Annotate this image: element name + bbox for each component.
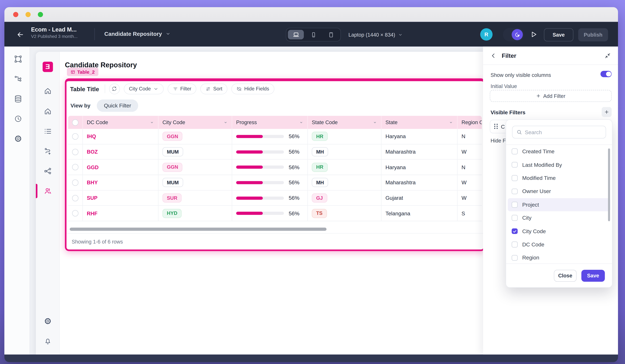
sidebar-item-settings[interactable] [14,135,23,143]
nav-item-home-alt[interactable] [44,108,52,115]
row-checkbox[interactable] [72,195,79,201]
column-header[interactable]: State [381,116,458,129]
horizontal-scrollbar[interactable] [70,228,327,231]
filter-option-region[interactable]: Region [508,251,611,263]
back-button[interactable] [16,31,24,39]
checkbox-unchecked[interactable] [512,149,518,154]
chevron-left-icon[interactable] [490,52,497,59]
table-row[interactable]: IHQGGN56%HRHaryanaN [68,129,482,144]
live-cursor-icon [512,29,523,40]
city-code-cell: MUM [158,175,232,190]
device-size-selector[interactable]: Laptop (1440 × 834) [348,32,403,38]
row-checkbox[interactable] [72,149,79,155]
close-button[interactable]: Close [554,270,577,281]
table-row[interactable]: BHYMUM56%MHMaharashtraW [68,175,482,191]
device-laptop-button[interactable] [288,30,304,39]
window-footer [4,355,618,362]
save-button[interactable]: Save [544,28,573,42]
app-title-block[interactable]: Ecom - Lead M... V2 Published 3 month... [31,26,78,39]
filter-option-last-modified-by[interactable]: Last Modified By [508,158,611,171]
region-cell: W [458,175,482,190]
drag-handle-icon[interactable] [494,124,498,129]
sort-button[interactable]: Sort [201,84,228,94]
column-header[interactable]: State Code [308,116,382,129]
table-row[interactable]: SUPSUR56%GJGujaratW [68,191,482,206]
row-checkbox[interactable] [72,179,79,186]
table-widget[interactable]: Table Title City Code Filte [65,79,485,251]
filter-option-modified-time[interactable]: Modified Time [508,171,611,185]
nav-item-list[interactable] [44,127,52,135]
checkbox-unchecked[interactable] [512,242,518,247]
page-selector[interactable]: Candidate Repository [104,31,170,37]
checkbox-unchecked[interactable] [512,175,518,181]
collapse-panel-icon[interactable] [604,52,611,59]
city-code-pill: MUM [162,178,183,187]
nav-item-share[interactable] [44,167,52,175]
hide-fields-button[interactable]: Hide Fields [232,84,275,94]
column-header[interactable]: City Code [158,116,232,129]
chevron-down-icon [299,120,304,125]
row-checkbox[interactable] [72,164,79,170]
add-visible-filter-button[interactable] [602,107,612,117]
nav-item-routes[interactable] [44,147,52,155]
minimize-window-button[interactable] [26,12,31,17]
device-tablet-button[interactable] [323,30,339,39]
progress-value: 56% [289,180,299,186]
refresh-button[interactable] [109,84,120,94]
dropdown-scrollbar[interactable] [608,148,610,221]
nav-item-notifications[interactable] [44,337,52,345]
share-icon [44,167,52,175]
checkbox-unchecked[interactable] [512,162,518,168]
close-window-button[interactable] [13,12,18,17]
column-header[interactable]: Progress [232,116,308,129]
device-phone-button[interactable] [306,30,321,39]
show-visible-columns-toggle[interactable] [600,71,612,77]
row-checkbox[interactable] [72,133,79,140]
checkbox-unchecked[interactable] [512,255,518,260]
progress-value: 56% [289,164,299,170]
filter-option-project[interactable]: Project [508,198,611,211]
filter-option-dc-code[interactable]: DC Code [508,238,611,251]
nav-item-people[interactable] [44,187,52,195]
user-avatar[interactable]: R [480,28,493,41]
sidebar-item-canvas[interactable] [14,55,23,63]
column-header[interactable]: DC Code [83,116,158,129]
multiplayer-pill[interactable] [503,28,524,41]
quick-filter-tab[interactable]: Quick Filter [97,99,138,112]
sidebar-item-history[interactable] [14,114,23,123]
add-filter-button[interactable]: Add Filter [490,90,612,102]
zoom-window-button[interactable] [38,12,43,17]
column-header[interactable]: Region Code [458,116,482,129]
filter-option-city[interactable]: City [508,211,611,224]
dropdown-save-button[interactable]: Save [581,270,605,281]
sidebar-item-datasources[interactable] [14,95,23,103]
nav-item-app-settings[interactable] [44,317,52,325]
select-all-checkbox[interactable] [72,119,79,126]
hide-fields-label: Hide Fields [244,86,269,91]
filter-button[interactable]: Filter [168,84,196,94]
nav-item-home[interactable] [44,87,52,95]
row-checkbox[interactable] [72,210,79,217]
checkbox-checked[interactable] [512,228,518,234]
group-by-pill[interactable]: City Code [124,84,164,94]
publish-button[interactable]: Publish [578,28,608,42]
table-title: Table Title [70,85,99,92]
checkbox-unchecked[interactable] [512,202,518,208]
table-row[interactable]: RHFHYD56%TSTelanganaS [68,206,482,221]
table-row[interactable]: BOZMUM56%MHMaharashtraW [68,144,482,160]
widget-tag[interactable]: Table_2 [67,68,98,76]
progress-cell: 56% [232,160,308,175]
preview-play-button[interactable] [530,31,538,38]
city-code-pill: MUM [162,147,183,156]
search-input[interactable] [525,129,602,135]
filter-option-created-time[interactable]: Created Time [508,145,611,158]
checkbox-unchecked[interactable] [512,189,518,194]
app-logo[interactable]: E [43,62,53,72]
sidebar-item-workflows[interactable] [14,75,23,83]
filter-option-city-code[interactable]: City Code [508,224,611,238]
search-box[interactable] [512,126,606,139]
filter-option-owner-user[interactable]: Owner User [508,185,611,198]
checkbox-unchecked[interactable] [512,215,518,221]
database-icon [14,95,23,103]
table-row[interactable]: GGDGGN56%HRHaryanaN [68,160,482,175]
